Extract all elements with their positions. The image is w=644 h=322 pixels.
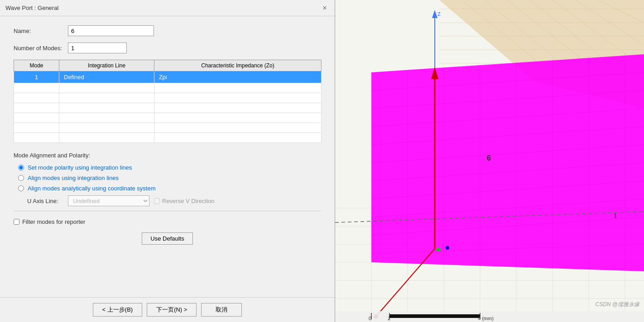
table-row-empty-3 xyxy=(14,103,322,113)
svg-text:z: z xyxy=(437,10,441,17)
filter-row: Filter modes for reporter xyxy=(14,218,321,225)
u-axis-row: U Axis Line: Undefined Reverse V Directi… xyxy=(27,195,321,206)
col-integration-header: Integration Line xyxy=(59,60,154,71)
svg-rect-60 xyxy=(389,314,480,318)
table-row[interactable]: 1 Defined Zpi xyxy=(14,71,322,83)
name-label: Name: xyxy=(14,28,68,34)
radio-row-2: Align modes using integration lines xyxy=(14,175,321,181)
dialog-panel: Wave Port : General × Name: Number of Mo… xyxy=(0,0,335,322)
reverse-v-checkbox[interactable] xyxy=(154,198,160,204)
close-button[interactable]: × xyxy=(320,4,329,13)
radio-integration-polarity[interactable] xyxy=(18,165,24,170)
svg-point-53 xyxy=(446,246,449,250)
title-bar: Wave Port : General × xyxy=(0,0,335,16)
radio-label-3: Align modes analytically using coordinat… xyxy=(28,185,156,192)
svg-marker-29 xyxy=(371,54,644,271)
filter-modes-checkbox[interactable] xyxy=(14,219,19,225)
back-button[interactable]: < 上一步(B) xyxy=(93,303,143,317)
3d-viewport-svg: z 6 1 0 2 4 (mm) xyxy=(335,0,644,322)
table-row-empty-5 xyxy=(14,123,322,133)
modes-table: Mode Integration Line Characteristic Imp… xyxy=(14,60,322,143)
radio-align-integration[interactable] xyxy=(18,175,24,181)
viewport-panel: z 6 1 0 2 4 (mm) CSDN @儒雅永缘 xyxy=(335,0,644,322)
radio-row-3: Align modes analytically using coordinat… xyxy=(14,185,321,192)
col-mode-header: Mode xyxy=(14,60,59,71)
svg-text:4 (mm): 4 (mm) xyxy=(478,316,494,321)
svg-text:1: 1 xyxy=(614,212,617,219)
next-button[interactable]: 下一页(N) > xyxy=(147,303,197,317)
table-row-empty-4 xyxy=(14,113,322,123)
svg-text:2: 2 xyxy=(388,316,390,321)
alignment-section-title: Mode Alignment and Polarity: xyxy=(14,152,321,159)
table-row-empty-1 xyxy=(14,83,322,93)
table-header-row: Mode Integration Line Characteristic Imp… xyxy=(14,60,322,71)
cell-integration: Defined xyxy=(59,71,154,83)
table-row-empty-6 xyxy=(14,133,322,143)
svg-text:0: 0 xyxy=(369,316,371,321)
table-row-empty-2 xyxy=(14,93,322,103)
modes-row: Number of Modes: xyxy=(14,43,321,53)
separator xyxy=(14,211,321,211)
cancel-button[interactable]: 取消 xyxy=(201,303,242,317)
svg-text:6: 6 xyxy=(487,154,491,162)
reverse-checkbox-container: Reverse V Direction xyxy=(154,198,215,204)
dialog-title: Wave Port : General xyxy=(5,5,58,11)
watermark-text: CSDN @儒雅永缘 xyxy=(595,301,639,308)
use-defaults-button[interactable]: Use Defaults xyxy=(142,232,192,245)
modes-input[interactable] xyxy=(68,43,127,53)
reverse-v-label: Reverse V Direction xyxy=(162,198,215,204)
col-impedance-header: Characteristic Impedance (Zo) xyxy=(154,60,321,71)
cell-impedance: Zpi xyxy=(154,71,321,83)
name-input[interactable] xyxy=(68,25,154,36)
name-row: Name: xyxy=(14,25,321,36)
cell-mode: 1 xyxy=(14,71,59,83)
svg-point-52 xyxy=(437,248,440,251)
radio-align-analytical[interactable] xyxy=(18,185,24,191)
modes-label: Number of Modes: xyxy=(14,45,68,52)
dialog-footer: < 上一步(B) 下一页(N) > 取消 xyxy=(0,297,335,322)
dialog-content: Name: Number of Modes: Mode Integration … xyxy=(0,16,335,297)
u-axis-select[interactable]: Undefined xyxy=(68,195,149,206)
u-axis-label: U Axis Line: xyxy=(27,198,68,204)
radio-label-2: Align modes using integration lines xyxy=(28,175,119,181)
filter-modes-label: Filter modes for reporter xyxy=(22,218,85,225)
radio-row-1: Set mode polarity using integration line… xyxy=(14,164,321,171)
radio-label-1: Set mode polarity using integration line… xyxy=(28,164,132,171)
